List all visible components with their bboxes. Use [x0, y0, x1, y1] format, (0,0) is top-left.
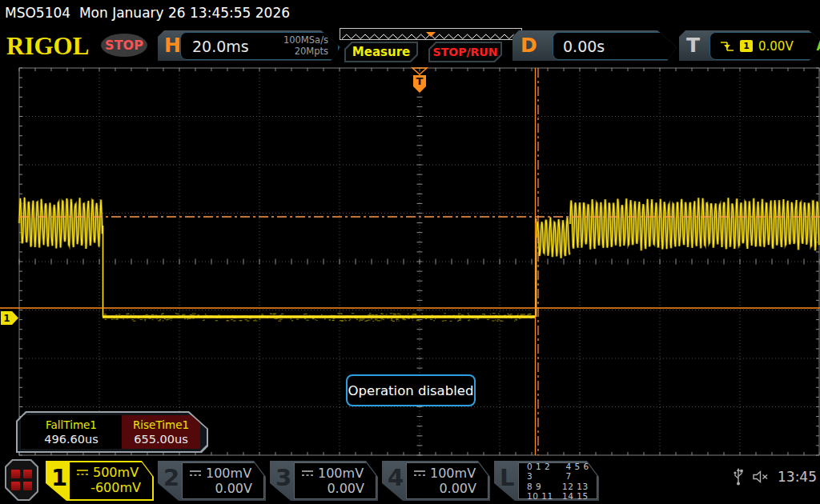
- horizontal-preview-strip[interactable]: [340, 28, 522, 40]
- measure-button-label: Measure: [346, 43, 416, 61]
- sample-rate: 100MSa/s: [283, 34, 328, 46]
- main-menu-button[interactable]: [5, 459, 38, 501]
- channel-3-settings: 100mV 0.00V: [294, 462, 376, 499]
- memory-depth: 20Mpts: [283, 46, 328, 57]
- channel-number: 4: [388, 466, 404, 490]
- window-title: MSO5104 Mon January 26 13:45:55 2026: [0, 0, 820, 26]
- menu-grid-icon: [11, 470, 32, 490]
- speaker-muted-icon: [752, 469, 770, 485]
- measurement-value: 496.60us: [44, 433, 98, 446]
- measurement-results-inner: FallTime1 496.60us RiseTime1 655.00us: [18, 413, 207, 451]
- horizontal-label: H: [164, 30, 181, 61]
- trigger-label: T: [686, 30, 700, 61]
- delay-value: 0.00s: [563, 38, 605, 55]
- channel-number: 3: [275, 466, 291, 490]
- channel-offset: 0.00V: [183, 481, 263, 496]
- channel-2-settings: 100mV 0.00V: [182, 462, 264, 499]
- channel-2-tab[interactable]: 2 100mV 0.00V: [158, 461, 266, 501]
- oscilloscope-screen: MSO5104 Mon January 26 13:45:55 2026 RIG…: [0, 0, 820, 504]
- channel-3-tab[interactable]: 3 100mV 0.00V: [270, 461, 378, 501]
- delay-label: D: [521, 30, 537, 61]
- logic-channel-list: 0 1 2 3 4 5 6 7 8 9 10 11 12 13 14 15: [518, 462, 597, 499]
- measurement-value: 655.00us: [134, 433, 187, 446]
- rigol-logo: RIGOL: [6, 34, 89, 58]
- channel-status-bar: 1 500mV -600mV 2: [0, 456, 820, 504]
- waveform-preview-icon: [340, 32, 520, 41]
- channel-4-tab[interactable]: 4 100mV 0.00V: [382, 461, 490, 501]
- header-bar: RIGOL STOP H 20.0ms 100MSa/s 20Mpts Meas…: [0, 26, 820, 65]
- dc-coupling-icon: [76, 469, 89, 476]
- channel-number: 1: [51, 466, 67, 490]
- timebase-value: 20.0ms: [181, 38, 249, 55]
- trigger-settings-box[interactable]: T 1 0.00V A: [679, 30, 820, 61]
- channel-4-settings: 100mV 0.00V: [406, 462, 488, 499]
- dc-coupling-icon: [189, 470, 202, 477]
- channel-scale: 100mV: [318, 466, 364, 481]
- trigger-info-display: 1 0.00V A: [709, 32, 820, 60]
- stop-run-button-label: STOP/RUN: [430, 43, 500, 61]
- stop-run-button[interactable]: STOP/RUN: [428, 42, 502, 62]
- measurement-results-panel[interactable]: FallTime1 496.60us RiseTime1 655.00us: [16, 411, 208, 453]
- timebase-display: 20.0ms 100MSa/s 20Mpts: [180, 32, 339, 60]
- channel-offset: 0.00V: [407, 481, 488, 496]
- trigger-level-value: 0.00V: [758, 39, 794, 54]
- channel-number: 2: [163, 466, 179, 490]
- svg-text:1: 1: [3, 313, 10, 324]
- logic-channels-tab[interactable]: L 0 1 2 3 4 5 6 7 8 9 10 11 12 13 14 15: [494, 461, 599, 501]
- channel-offset: 0.00V: [295, 481, 376, 496]
- logic-row: 4 5 6 7: [566, 462, 597, 481]
- acquisition-state-pill: STOP: [101, 34, 147, 57]
- sample-rate-display: 100MSa/s 20Mpts: [283, 34, 328, 58]
- channel-scale: 100mV: [206, 466, 251, 481]
- dc-coupling-icon: [413, 470, 426, 477]
- channel-scale: 500mV: [93, 465, 139, 480]
- delay-value-display: 0.00s: [553, 32, 682, 60]
- channel-scale: 100mV: [430, 466, 476, 481]
- measure-button[interactable]: Measure: [344, 42, 418, 62]
- logic-row: 12 13 14 15: [562, 482, 597, 501]
- trigger-source-badge: 1: [740, 40, 753, 52]
- logic-row: 8 9 10 11: [527, 482, 554, 501]
- horizontal-settings-box[interactable]: H 20.0ms 100MSa/s 20Mpts: [158, 30, 340, 61]
- trigger-sweep-mode: A: [816, 39, 820, 54]
- measurement-item-risetime[interactable]: RiseTime1 655.00us: [122, 415, 200, 449]
- dc-coupling-icon: [301, 470, 314, 477]
- usb-icon: [733, 467, 744, 486]
- delay-settings-box[interactable]: D 0.00s: [512, 30, 677, 61]
- svg-text:T: T: [416, 75, 424, 87]
- falling-edge-icon: [720, 40, 734, 52]
- clock-display: 13:45: [778, 469, 817, 485]
- measurement-label: RiseTime1: [133, 418, 189, 431]
- logic-row: 0 1 2 3: [527, 462, 558, 481]
- channel-1-settings: 500mV -600mV: [70, 462, 152, 499]
- channel-offset: -600mV: [70, 480, 152, 495]
- measurement-label: FallTime1: [46, 418, 97, 431]
- measurement-item-falltime[interactable]: FallTime1 496.60us: [21, 415, 122, 449]
- message-box: Operation disabled: [346, 374, 476, 406]
- channel-1-tab[interactable]: 1 500mV -600mV: [46, 461, 154, 501]
- logic-label: L: [500, 466, 514, 490]
- status-indicators: 13:45: [733, 467, 817, 486]
